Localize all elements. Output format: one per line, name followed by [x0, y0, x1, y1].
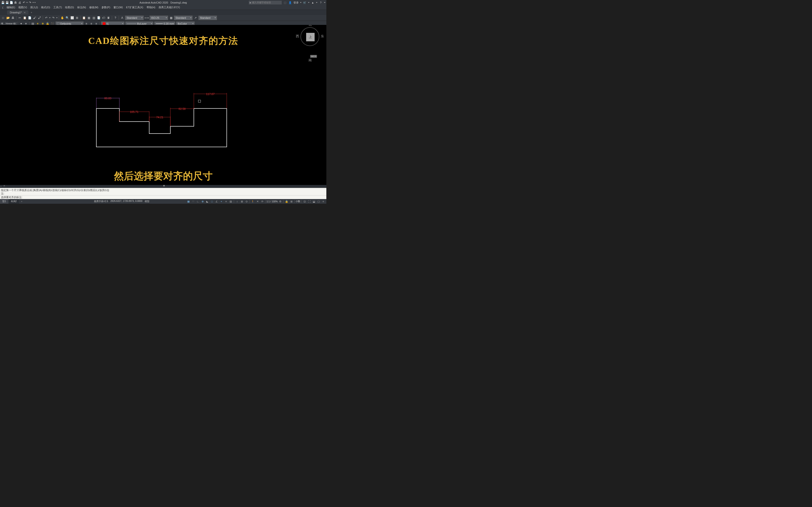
wcs-label[interactable]: WCS [310, 55, 317, 58]
app-icon[interactable]: ▲ [311, 1, 315, 4]
autodesk-icon[interactable]: ⬚ [283, 1, 287, 4]
cut-icon[interactable]: ✂ [18, 16, 22, 20]
menu-item[interactable]: ET扩展工具(X) [125, 5, 145, 10]
svs-icon[interactable]: ✕ [255, 199, 260, 204]
lwt-icon[interactable]: ≡ [224, 199, 228, 204]
add-layout-button[interactable]: + [19, 200, 24, 204]
iso-icon[interactable]: ◣ [205, 199, 209, 204]
layout-tab[interactable]: 布局2 [8, 199, 19, 204]
menu-item[interactable]: 绘图(D) [64, 5, 75, 10]
osnap-icon[interactable]: □ [210, 199, 214, 204]
otrack-icon[interactable]: ∠ [214, 199, 219, 204]
grid-icon[interactable]: ▦ [186, 199, 191, 204]
open-icon[interactable]: 📄 [9, 1, 13, 4]
save-icon[interactable]: 💾 [1, 1, 5, 4]
zoom-icon[interactable]: 🔍 [65, 16, 69, 20]
cmd-close-icon[interactable]: ✕ [3, 184, 5, 187]
redo-icon[interactable]: ↷ [28, 1, 32, 4]
help-drop[interactable] [324, 2, 325, 3]
gear-icon[interactable]: ⚙ [278, 199, 283, 204]
paste-icon[interactable]: 📄 [28, 16, 32, 20]
menu-item[interactable]: ( [1, 6, 5, 9]
menu-item[interactable]: 修改(M) [88, 5, 100, 10]
qp-icon[interactable]: ⊞ [240, 199, 244, 204]
redo2-icon[interactable]: ↷ [51, 16, 55, 20]
menu-item[interactable]: 工具(T) [52, 5, 63, 10]
undo2-icon[interactable]: ↶ [44, 16, 48, 20]
dim-style-dropdown[interactable]: ISO-25 [149, 15, 168, 20]
menu-item[interactable]: 燕秀工具箱2.87(Y) [157, 5, 182, 10]
mleader-style-dropdown[interactable]: Standard [198, 15, 217, 20]
cfg-icon[interactable]: ⊡ [302, 199, 307, 204]
copy-icon[interactable]: 📋 [22, 16, 27, 20]
pan-icon[interactable]: ✋ [60, 16, 64, 20]
match-icon[interactable]: 🖌 [33, 16, 37, 20]
menu-icon[interactable]: ≡ [321, 199, 325, 204]
tool-icon[interactable]: ▤ [92, 16, 96, 20]
menu-item[interactable]: 标注(N) [76, 5, 87, 10]
dim-icon[interactable]: ⟼ [145, 16, 149, 20]
table-style-dropdown[interactable]: Standard [174, 15, 193, 20]
new-tab-button[interactable]: + [29, 10, 35, 14]
calc-icon[interactable]: 🖩 [106, 16, 111, 20]
menu-item[interactable]: 编辑(E) [5, 5, 17, 10]
space-label[interactable]: 模型 [145, 200, 149, 203]
menu-item[interactable]: 格式(O) [40, 5, 51, 10]
undo-icon[interactable]: ↶ [22, 1, 26, 4]
print-icon[interactable]: 🖶 [14, 1, 17, 4]
help2-icon[interactable]: ? [113, 16, 117, 20]
command-input[interactable]: 选择要对齐的标注: [0, 195, 326, 199]
cart-drop[interactable] [308, 2, 309, 3]
menu-item[interactable]: 帮助(H) [145, 5, 157, 10]
polar-icon[interactable]: ⊕ [200, 199, 205, 204]
open2-icon[interactable]: 📂 [6, 16, 10, 20]
file-tab[interactable]: Drawing1* ✕ [7, 10, 29, 14]
clean-icon[interactable]: ▢ [316, 199, 321, 204]
help-icon[interactable]: ? [319, 1, 322, 4]
design-icon[interactable]: ▦ [87, 16, 91, 20]
match2-icon[interactable]: 🖍 [37, 16, 42, 20]
nav-icon[interactable]: ⟳ [260, 199, 264, 204]
new-icon[interactable]: □ [1, 16, 5, 20]
viewcube-top[interactable]: 上 [306, 33, 315, 41]
lock2-icon[interactable]: 🔒 [285, 199, 289, 204]
cart-icon[interactable]: 🛒 [303, 1, 307, 4]
prop-icon[interactable]: 📋 [82, 16, 86, 20]
app-drop[interactable] [316, 2, 317, 3]
sheet-icon[interactable]: 📑 [97, 16, 101, 20]
qat-custom-icon[interactable] [34, 2, 36, 3]
menu-item[interactable]: 参数(P) [100, 5, 112, 10]
ortho-icon[interactable]: ∟ [196, 199, 200, 204]
ann2-icon[interactable]: ⊞ [289, 199, 294, 204]
zoomall-icon[interactable]: ⊞ [75, 16, 79, 20]
cmd-collapse-icon[interactable]: ⌄ [0, 184, 2, 187]
walk-icon[interactable]: 🚶 [251, 199, 255, 204]
login-label[interactable]: 登录 [294, 1, 299, 4]
sc-icon[interactable]: ↕ [235, 199, 239, 204]
table-icon[interactable]: ▦ [169, 16, 173, 20]
undo-drop-icon[interactable] [26, 2, 28, 3]
units-label[interactable]: 小数 [296, 200, 300, 203]
menu-item[interactable]: 插入(I) [29, 5, 39, 10]
snap-icon[interactable]: ∷ [191, 199, 195, 204]
iso2-icon[interactable]: ⬓ [312, 199, 316, 204]
max-icon[interactable]: ⛶ [307, 199, 311, 204]
zoomwin-icon[interactable]: ⬜ [70, 16, 74, 20]
text-icon[interactable]: A [120, 16, 124, 20]
login-drop[interactable] [300, 2, 301, 3]
menu-item[interactable]: 视图(V) [17, 5, 29, 10]
plot-icon[interactable]: 🖨 [18, 1, 21, 4]
trans-icon[interactable]: ▨ [229, 199, 233, 204]
viewcube[interactable]: 上 北 南 东 西 WCS [301, 27, 319, 58]
drawing-canvas[interactable]: CAD绘图标注尺寸快速对齐的方法 80.83 105.71 74.21 [0, 25, 326, 185]
print2-icon[interactable]: 🖶 [11, 16, 15, 20]
user-icon[interactable]: 👤 [288, 1, 292, 4]
menu-item[interactable]: 窗口(W) [112, 5, 124, 10]
saveas-icon[interactable]: 💾 [5, 1, 9, 4]
layout-tab[interactable]: 型1 [0, 199, 8, 204]
mark-icon[interactable]: 🏷 [101, 16, 106, 20]
close-icon[interactable]: ✕ [24, 11, 26, 14]
ann-icon[interactable]: ⊙ [244, 199, 249, 204]
dyn-icon[interactable]: + [219, 199, 223, 204]
text-style-dropdown[interactable]: Standard [125, 15, 144, 20]
